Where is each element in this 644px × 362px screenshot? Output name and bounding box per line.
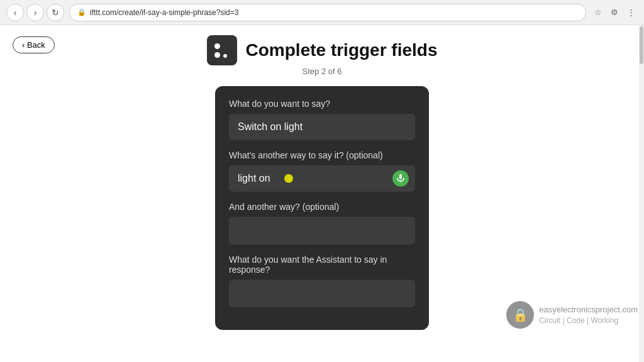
logo-dots [211,40,233,62]
watermark-text: easyelectronicsproject.com Circuit | Cod… [539,304,638,326]
field2-wrapper [229,165,415,192]
back-button[interactable]: ‹ Back [13,36,55,53]
field4-input[interactable] [229,280,415,307]
page-title: Complete trigger fields [246,40,438,60]
dot1 [214,43,220,49]
field2-input[interactable] [229,165,415,192]
browser-actions: ☆ ⚙ ⋮ [591,6,638,19]
watermark-tagline: Circuit | Code | Working [539,315,638,326]
field4-section: What do you want the Assistant to say in… [229,255,415,307]
browser-bar: ‹ › ↻ 🔒 ifttt.com/create/if-say-a-simple… [0,0,644,25]
menu-icon[interactable]: ⋮ [624,6,638,19]
header-content: Complete trigger fields [207,35,438,65]
step-indicator: Step 2 of 6 [303,67,342,76]
extensions-icon[interactable]: ⚙ [608,6,621,19]
page-content: ‹ Back Complete trigger fields Step 2 of… [0,25,644,362]
field2-section: What's another way to say it? (optional) [229,150,415,192]
back-nav-button[interactable]: ‹ [6,4,24,21]
svg-rect-0 [399,174,402,179]
field1-section: What do you want to say? [229,99,415,140]
field3-section: And another way? (optional) [229,202,415,244]
url-text: ifttt.com/create/if-say-a-simple-phrase?… [90,8,238,17]
field2-label: What's another way to say it? (optional) [229,150,415,160]
field3-label: And another way? (optional) [229,202,415,212]
bookmark-icon[interactable]: ☆ [591,6,605,19]
forward-nav-button[interactable]: › [26,4,44,21]
address-bar[interactable]: 🔒 ifttt.com/create/if-say-a-simple-phras… [69,4,586,21]
mic-icon [397,174,404,183]
ifttt-logo [207,35,237,65]
mic-button[interactable] [392,170,409,187]
lock-icon: 🔒 [77,8,86,16]
field1-input[interactable] [229,114,415,140]
page-header: ‹ Back Complete trigger fields Step 2 of… [0,25,644,81]
nav-buttons: ‹ › ↻ [6,4,64,21]
scrollbar-thumb[interactable] [640,26,643,64]
refresh-button[interactable]: ↻ [47,4,64,21]
watermark-icon: 🔒 [506,301,534,329]
scrollbar[interactable] [639,25,644,362]
form-card: What do you want to say? What's another … [215,86,429,330]
field3-input[interactable] [229,217,415,244]
dot2 [214,52,220,58]
field1-label: What do you want to say? [229,99,415,109]
watermark: 🔒 easyelectronicsproject.com Circuit | C… [506,301,638,329]
field4-label: What do you want the Assistant to say in… [229,255,415,275]
dot3 [223,54,227,58]
watermark-site: easyelectronicsproject.com [539,304,638,315]
